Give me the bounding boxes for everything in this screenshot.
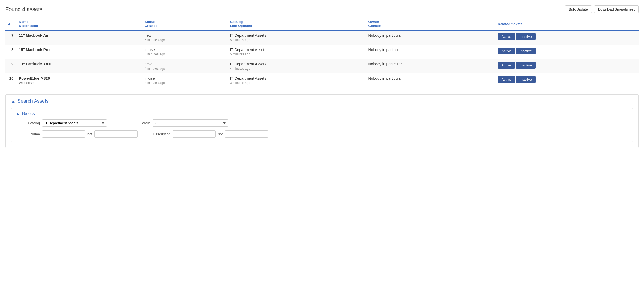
table-header-row: # Name Description Status Created Catalo… bbox=[5, 18, 639, 30]
basics-form: Catalog IT Department Assets Status - bbox=[11, 119, 633, 142]
asset-updated-time: 3 minutes ago bbox=[230, 81, 363, 85]
cell-status: in-use 3 minutes ago bbox=[142, 73, 227, 88]
status-select[interactable]: - bbox=[153, 119, 228, 127]
active-button[interactable]: Active bbox=[498, 48, 515, 54]
asset-updated-time: 5 minutes ago bbox=[230, 52, 363, 56]
table-row: 10 PowerEdge M820 Web server in-use 3 mi… bbox=[5, 73, 639, 88]
asset-catalog: IT Department Assets bbox=[230, 33, 363, 38]
cell-name: 13" Lattitude 3300 bbox=[16, 59, 142, 73]
download-spreadsheet-button[interactable]: Download Spreadsheet bbox=[594, 5, 639, 13]
basics-header[interactable]: ▲ Basics bbox=[11, 108, 633, 119]
name-label: Name bbox=[16, 132, 40, 136]
cell-owner: Nobody in particular bbox=[366, 59, 495, 73]
cell-status: new 4 minutes ago bbox=[142, 59, 227, 73]
table-row: 8 15" Macbook Pro in-use 5 minutes ago I… bbox=[5, 45, 639, 59]
asset-created-time: 5 minutes ago bbox=[145, 38, 225, 42]
asset-name: 15" Macbook Pro bbox=[19, 48, 139, 52]
cell-id: 9 bbox=[5, 59, 16, 73]
col-header-catalog: Catalog Last Updated bbox=[227, 18, 366, 30]
asset-status: in-use bbox=[145, 76, 225, 80]
description-group: Description not bbox=[146, 130, 268, 138]
name-input[interactable] bbox=[42, 130, 85, 138]
cell-owner: Nobody in particular bbox=[366, 73, 495, 88]
header-actions: Bulk Update Download Spreadsheet bbox=[565, 5, 639, 13]
asset-catalog: IT Department Assets bbox=[230, 48, 363, 52]
active-button[interactable]: Active bbox=[498, 62, 515, 69]
cell-name: PowerEdge M820 Web server bbox=[16, 73, 142, 88]
ticket-buttons: Active Inactive bbox=[498, 33, 636, 40]
asset-catalog: IT Department Assets bbox=[230, 62, 363, 66]
cell-catalog: IT Department Assets 5 minutes ago bbox=[227, 45, 366, 59]
catalog-label: Catalog bbox=[16, 121, 40, 125]
asset-name: PowerEdge M820 bbox=[19, 76, 139, 80]
cell-catalog: IT Department Assets 5 minutes ago bbox=[227, 30, 366, 45]
col-header-hash: # bbox=[5, 18, 16, 30]
col-header-owner: Owner Contact bbox=[366, 18, 495, 30]
search-chevron-icon: ▲ bbox=[11, 99, 15, 104]
search-section-title: Search Assets bbox=[18, 98, 49, 104]
asset-owner: Nobody in particular bbox=[368, 62, 492, 66]
asset-name: 13" Lattitude 3300 bbox=[19, 62, 139, 66]
results-header: Found 4 assets Bulk Update Download Spre… bbox=[5, 5, 639, 13]
asset-status: new bbox=[145, 62, 225, 66]
status-label: Status bbox=[126, 121, 150, 125]
cell-id: 7 bbox=[5, 30, 16, 45]
catalog-group: Catalog IT Department Assets bbox=[16, 119, 107, 127]
catalog-select[interactable]: IT Department Assets bbox=[42, 119, 107, 127]
description-not-input[interactable] bbox=[225, 130, 268, 138]
page-container: Found 4 assets Bulk Update Download Spre… bbox=[0, 0, 644, 302]
inactive-button[interactable]: Inactive bbox=[516, 48, 536, 54]
cell-id: 10 bbox=[5, 73, 16, 88]
ticket-buttons: Active Inactive bbox=[498, 62, 636, 69]
table-row: 9 13" Lattitude 3300 new 4 minutes ago I… bbox=[5, 59, 639, 73]
asset-description: Web server bbox=[19, 81, 139, 85]
asset-catalog: IT Department Assets bbox=[230, 76, 363, 80]
cell-owner: Nobody in particular bbox=[366, 45, 495, 59]
cell-tickets: Active Inactive bbox=[495, 59, 639, 73]
basics-chevron-icon: ▲ bbox=[16, 111, 20, 116]
col-header-status: Status Created bbox=[142, 18, 227, 30]
inactive-button[interactable]: Inactive bbox=[516, 76, 536, 83]
page-title: Found 4 assets bbox=[5, 6, 42, 12]
search-section-header[interactable]: ▲ Search Assets bbox=[6, 95, 638, 108]
basics-title: Basics bbox=[22, 111, 35, 116]
ticket-buttons: Active Inactive bbox=[498, 76, 636, 83]
description-not-label: not bbox=[218, 132, 223, 136]
cell-tickets: Active Inactive bbox=[495, 30, 639, 45]
cell-status: in-use 5 minutes ago bbox=[142, 45, 227, 59]
asset-owner: Nobody in particular bbox=[368, 76, 492, 80]
active-button[interactable]: Active bbox=[498, 76, 515, 83]
cell-tickets: Active Inactive bbox=[495, 73, 639, 88]
asset-name: 11" Macbook Air bbox=[19, 33, 139, 38]
table-body: 7 11" Macbook Air new 5 minutes ago IT D… bbox=[5, 30, 639, 88]
name-not-label: not bbox=[87, 132, 92, 136]
cell-owner: Nobody in particular bbox=[366, 30, 495, 45]
description-input[interactable] bbox=[173, 130, 216, 138]
status-group: Status - bbox=[126, 119, 228, 127]
col-header-name: Name Description bbox=[16, 18, 142, 30]
name-group: Name not bbox=[16, 130, 138, 138]
col-header-related-tickets: Related tickets bbox=[495, 18, 639, 30]
name-not-input[interactable] bbox=[94, 130, 138, 138]
cell-name: 15" Macbook Pro bbox=[16, 45, 142, 59]
asset-created-time: 3 minutes ago bbox=[145, 81, 225, 85]
search-section: ▲ Search Assets ▲ Basics Catalog IT Depa… bbox=[5, 94, 639, 148]
active-button[interactable]: Active bbox=[498, 33, 515, 40]
inactive-button[interactable]: Inactive bbox=[516, 33, 536, 40]
asset-updated-time: 5 minutes ago bbox=[230, 38, 363, 42]
assets-table: # Name Description Status Created Catalo… bbox=[5, 18, 639, 88]
catalog-status-row: Catalog IT Department Assets Status - bbox=[16, 119, 628, 127]
asset-owner: Nobody in particular bbox=[368, 33, 492, 38]
asset-created-time: 5 minutes ago bbox=[145, 52, 225, 56]
cell-name: 11" Macbook Air bbox=[16, 30, 142, 45]
bulk-update-button[interactable]: Bulk Update bbox=[565, 5, 592, 13]
cell-id: 8 bbox=[5, 45, 16, 59]
asset-status: in-use bbox=[145, 48, 225, 52]
cell-catalog: IT Department Assets 3 minutes ago bbox=[227, 73, 366, 88]
asset-owner: Nobody in particular bbox=[368, 48, 492, 52]
ticket-buttons: Active Inactive bbox=[498, 48, 636, 54]
cell-catalog: IT Department Assets 4 minutes ago bbox=[227, 59, 366, 73]
inactive-button[interactable]: Inactive bbox=[516, 62, 536, 69]
cell-status: new 5 minutes ago bbox=[142, 30, 227, 45]
name-description-row: Name not Description not bbox=[16, 130, 628, 138]
